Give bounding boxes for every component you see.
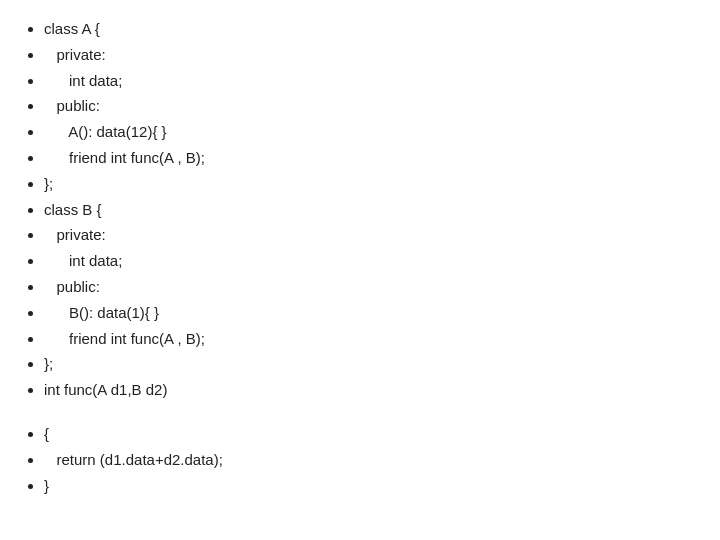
code-list-block2: { return (d1.data+d2.data);} (20, 421, 700, 498)
code-line: }; (44, 351, 700, 377)
code-container: class A { private: int data; public: A()… (0, 0, 720, 514)
code-line: private: (44, 222, 700, 248)
code-line: class A { (44, 16, 700, 42)
code-line: int data; (44, 68, 700, 94)
code-line: public: (44, 274, 700, 300)
code-line: return (d1.data+d2.data); (44, 447, 700, 473)
code-line: }; (44, 171, 700, 197)
code-line: { (44, 421, 700, 447)
code-line: class B { (44, 197, 700, 223)
code-line: B(): data(1){ } (44, 300, 700, 326)
code-line: int func(A d1,B d2) (44, 377, 700, 403)
code-line: friend int func(A , B); (44, 145, 700, 171)
code-line: } (44, 473, 700, 499)
code-line: int data; (44, 248, 700, 274)
code-line: friend int func(A , B); (44, 326, 700, 352)
code-line: public: (44, 93, 700, 119)
code-list-block1: class A { private: int data; public: A()… (20, 16, 700, 403)
code-line: private: (44, 42, 700, 68)
code-line: A(): data(12){ } (44, 119, 700, 145)
